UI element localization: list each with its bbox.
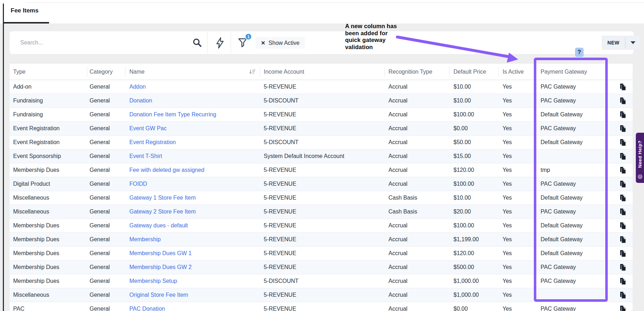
cell-name-link[interactable]: Gateway 2 Store Fee Item	[129, 209, 196, 215]
cell-default-price: $1,000.00	[454, 278, 479, 284]
cell-name-link[interactable]: Event GW Pac	[129, 125, 167, 132]
copy-icon[interactable]	[619, 180, 627, 188]
cell-payment-gateway: PAC Gateway	[541, 125, 576, 132]
annotation-text: A new column has been added for quick ga…	[345, 23, 397, 51]
copy-icon[interactable]	[619, 305, 627, 311]
cell-name-link[interactable]: Membership Setup	[129, 278, 177, 284]
copy-icon[interactable]	[619, 83, 627, 91]
cell-name-link[interactable]: PAC Donation	[129, 306, 165, 311]
cell-income-account: 5-REVENUE	[264, 209, 296, 215]
cell-name-link[interactable]: FOIDD	[129, 181, 147, 187]
copy-icon[interactable]	[619, 291, 627, 299]
cell-default-price: $10.00	[454, 97, 471, 104]
cell-payment-gateway: Default Gateway	[541, 236, 583, 243]
cell-payment-gateway: Default Gateway	[541, 139, 583, 146]
column-header-name[interactable]: Name	[129, 69, 145, 75]
new-button[interactable]: NEW	[602, 36, 625, 50]
cell-name-link[interactable]: Donation Fee Item Type Recurring	[129, 111, 216, 118]
copy-icon[interactable]	[619, 111, 627, 118]
chevron-down-icon	[630, 41, 635, 44]
cell-default-price: $100.00	[454, 111, 474, 118]
sort-icon[interactable]	[249, 69, 256, 77]
table-row: Membership Dues General Membership Dues …	[10, 260, 633, 274]
cell-recognition-type: Accrual	[388, 278, 407, 284]
cell-default-price: $1,000.00	[454, 292, 479, 298]
cell-is-active: Yes	[503, 167, 512, 173]
cell-income-account: 5-REVENUE	[264, 111, 296, 118]
active-filter-chip[interactable]: ✕ Show Active	[256, 37, 305, 49]
cell-category: General	[90, 278, 110, 284]
cell-is-active: Yes	[503, 250, 512, 257]
column-header-default-price[interactable]: Default Price	[454, 69, 486, 75]
cell-name-link[interactable]: Gateway dues - default	[129, 222, 188, 229]
column-header-payment-gateway[interactable]: Payment Gateway	[541, 69, 587, 75]
cell-recognition-type: Accrual	[388, 236, 407, 243]
clear-filter-x-icon[interactable]: ✕	[261, 40, 265, 46]
copy-icon[interactable]	[619, 166, 627, 174]
cell-name-link[interactable]: Membership Dues GW 1	[129, 250, 192, 257]
cell-name-link[interactable]: Membership	[129, 236, 161, 243]
new-dropdown-button[interactable]	[626, 36, 640, 50]
cell-name-link[interactable]: Original Store Fee Item	[129, 292, 188, 298]
cell-name-link[interactable]: Event Registration	[129, 139, 176, 146]
fee-items-table: Type Category Name Income Account Recogn…	[10, 64, 633, 311]
cell-default-price: $120.00	[454, 250, 474, 257]
cell-payment-gateway: Default Gateway	[541, 250, 583, 257]
column-header-type[interactable]: Type	[13, 69, 26, 75]
copy-icon[interactable]	[619, 125, 627, 132]
copy-icon[interactable]	[619, 249, 627, 257]
cell-name-link[interactable]: Donation	[129, 97, 152, 104]
cell-name-link[interactable]: Addon	[129, 84, 146, 90]
cell-is-active: Yes	[503, 222, 512, 229]
copy-icon[interactable]	[619, 208, 627, 216]
search-icon[interactable]	[192, 38, 202, 49]
table-row: Miscellaneous General Gateway 2 Store Fe…	[10, 205, 633, 219]
copy-icon[interactable]	[619, 194, 627, 202]
quick-actions-lightning-icon[interactable]	[215, 37, 225, 51]
copy-icon[interactable]	[619, 263, 627, 271]
cell-type: Digital Product	[13, 181, 50, 187]
filter-count-badge[interactable]: 1	[245, 33, 252, 40]
cell-name-link[interactable]: Gateway 1 Store Fee Item	[129, 195, 196, 201]
header-divider	[125, 67, 125, 77]
column-header-category[interactable]: Category	[90, 69, 113, 75]
cell-category: General	[90, 306, 110, 311]
cell-payment-gateway: Default Gateway	[541, 111, 583, 118]
cell-type: Membership Dues	[13, 222, 59, 229]
cell-payment-gateway: Default Gateway	[541, 195, 583, 201]
cell-is-active: Yes	[503, 306, 512, 311]
search-input[interactable]	[20, 36, 184, 50]
cell-category: General	[90, 181, 110, 187]
cell-is-active: Yes	[503, 111, 512, 118]
need-help-tab[interactable]: Need Help?	[636, 133, 644, 183]
copy-icon[interactable]	[619, 152, 627, 160]
copy-icon[interactable]	[619, 277, 627, 285]
cell-category: General	[90, 111, 110, 118]
need-help-label: Need Help?	[636, 135, 644, 174]
cell-name-link[interactable]: Event T-Shirt	[129, 153, 162, 159]
cell-recognition-type: Accrual	[388, 181, 407, 187]
column-header-recognition-type[interactable]: Recognition Type	[388, 69, 432, 75]
cell-name-link[interactable]: Membership Dues GW 2	[129, 264, 192, 270]
cell-category: General	[90, 125, 110, 132]
cell-category: General	[90, 222, 110, 229]
header-divider	[385, 67, 385, 77]
copy-icon[interactable]	[619, 97, 627, 105]
column-header-income-account[interactable]: Income Account	[264, 69, 304, 75]
cell-default-price: $20.00	[454, 209, 471, 215]
cell-payment-gateway: tmp	[541, 167, 550, 173]
cell-name-link[interactable]: Fee with deleted gw assigned	[129, 167, 204, 173]
help-question-badge[interactable]: ?	[575, 48, 584, 57]
column-header-is-active[interactable]: Is Active	[503, 69, 524, 75]
copy-icon[interactable]	[619, 236, 627, 243]
copy-icon[interactable]	[619, 222, 627, 230]
cell-payment-gateway: PAC Gateway	[541, 306, 576, 311]
toolbar-divider	[207, 32, 208, 53]
tab-fee-items[interactable]: Fee Items	[11, 7, 38, 14]
cell-is-active: Yes	[503, 236, 512, 243]
cell-recognition-type: Accrual	[388, 84, 407, 90]
cell-type: Miscellaneous	[13, 209, 49, 215]
table-row: Membership Dues General Membership 5-REV…	[10, 233, 633, 247]
cell-is-active: Yes	[503, 97, 512, 104]
copy-icon[interactable]	[619, 138, 627, 146]
